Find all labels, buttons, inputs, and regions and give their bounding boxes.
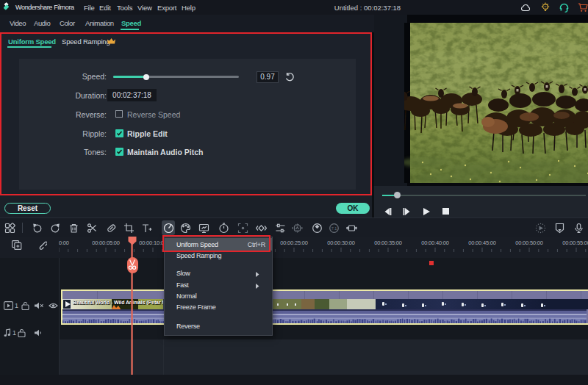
svg-text:7.1: 7.1 [331,226,337,231]
